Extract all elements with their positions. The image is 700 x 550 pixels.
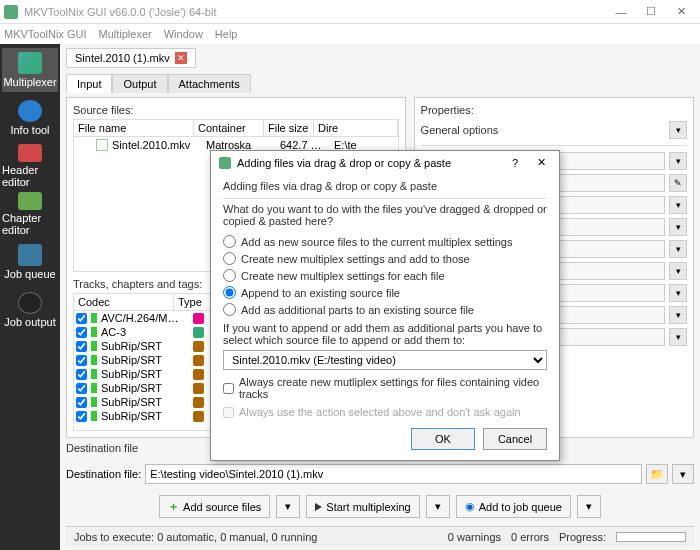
- radio-option[interactable]: Add as additional parts to an existing s…: [223, 303, 547, 316]
- cancel-button[interactable]: Cancel: [483, 428, 547, 450]
- add-source-dropdown[interactable]: ▾: [276, 495, 300, 518]
- sidebar-item-job-output[interactable]: Job output: [2, 288, 58, 332]
- sidebar-item-label: Job queue: [4, 268, 55, 280]
- radio-input[interactable]: [223, 252, 236, 265]
- info-icon: [18, 100, 42, 122]
- chevron-down-icon[interactable]: ▾: [669, 218, 687, 236]
- sidebar-item-header-editor[interactable]: Header editor: [2, 144, 58, 188]
- tab-output[interactable]: Output: [112, 74, 167, 93]
- maximize-button[interactable]: ☐: [636, 2, 666, 22]
- track-checkbox[interactable]: [76, 327, 87, 338]
- chevron-down-icon[interactable]: ▾: [669, 121, 687, 139]
- file-tab[interactable]: Sintel.2010 (1).mkv ✕: [66, 48, 196, 68]
- chevron-down-icon[interactable]: ▾: [669, 328, 687, 346]
- track-codec: AC-3: [101, 326, 189, 338]
- track-type-icon: [193, 383, 204, 394]
- status-jobs: Jobs to execute: 0 automatic, 0 manual, …: [74, 531, 317, 543]
- track-codec: SubRip/SRT: [101, 382, 189, 394]
- sidebar-item-job-queue[interactable]: Job queue: [2, 240, 58, 284]
- recent-button[interactable]: ▾: [672, 464, 694, 484]
- sidebar-item-label: Job output: [4, 316, 55, 328]
- dialog-note: If you want to append or add them as add…: [223, 322, 547, 346]
- destination-input[interactable]: [145, 464, 642, 484]
- queue-dropdown[interactable]: ▾: [577, 495, 601, 518]
- source-file-combo[interactable]: Sintel.2010.mkv (E:/testing video): [223, 350, 547, 370]
- checkbox1-label: Always create new mutliplex settings for…: [239, 376, 547, 400]
- track-checkbox[interactable]: [76, 313, 87, 324]
- multiplexer-icon: [18, 52, 42, 74]
- col-filename[interactable]: File name: [74, 120, 194, 136]
- help-button[interactable]: ?: [505, 157, 525, 169]
- sidebar-item-info-tool[interactable]: Info tool: [2, 96, 58, 140]
- col-directory[interactable]: Dire: [314, 120, 398, 136]
- track-checkbox[interactable]: [76, 383, 87, 394]
- track-status-icon: [91, 411, 97, 421]
- chevron-down-icon[interactable]: ▾: [669, 196, 687, 214]
- close-button[interactable]: ✕: [666, 2, 696, 22]
- radio-input[interactable]: [223, 303, 236, 316]
- radio-label: Add as new source files to the current m…: [241, 236, 512, 248]
- sidebar-item-label: Multiplexer: [3, 76, 56, 88]
- chevron-down-icon[interactable]: ▾: [669, 284, 687, 302]
- radio-option[interactable]: Append to an existing source file: [223, 286, 547, 299]
- track-checkbox[interactable]: [76, 341, 87, 352]
- track-checkbox[interactable]: [76, 355, 87, 366]
- track-codec: AVC/H.264/M…: [101, 312, 189, 324]
- radio-option[interactable]: Add as new source files to the current m…: [223, 235, 547, 248]
- dialog-close-button[interactable]: ✕: [531, 156, 551, 169]
- radio-option[interactable]: Create new multiplex settings and add to…: [223, 252, 547, 265]
- dialog-heading: Adding files via drag & drop or copy & p…: [223, 180, 547, 192]
- menu-mkvtoolnix-gui[interactable]: MKVToolNix GUI: [4, 28, 87, 40]
- sidebar-item-label: Header editor: [2, 164, 58, 188]
- job-output-icon: [18, 292, 42, 314]
- chevron-down-icon[interactable]: ▾: [669, 262, 687, 280]
- track-status-icon: [91, 327, 97, 337]
- track-status-icon: [91, 369, 97, 379]
- minimize-button[interactable]: —: [606, 2, 636, 22]
- status-warnings[interactable]: 0 warnings: [448, 531, 501, 543]
- menu-window[interactable]: Window: [164, 28, 203, 40]
- destination-label: Destination file:: [66, 468, 141, 480]
- chevron-down-icon[interactable]: ▾: [669, 240, 687, 258]
- tab-attachments[interactable]: Attachments: [168, 74, 251, 93]
- sidebar-item-label: Chapter editor: [2, 212, 58, 236]
- col-filesize[interactable]: File size: [264, 120, 314, 136]
- edit-icon[interactable]: ✎: [669, 174, 687, 192]
- track-checkbox[interactable]: [76, 397, 87, 408]
- track-codec: SubRip/SRT: [101, 340, 189, 352]
- track-codec: SubRip/SRT: [101, 354, 189, 366]
- radio-label: Create new multiplex settings for each f…: [241, 270, 445, 282]
- browse-button[interactable]: 📁: [646, 464, 668, 484]
- chevron-down-icon[interactable]: ▾: [669, 306, 687, 324]
- track-status-icon: [91, 355, 97, 365]
- radio-label: Create new multiplex settings and add to…: [241, 253, 470, 265]
- close-tab-icon[interactable]: ✕: [175, 52, 187, 64]
- radio-input[interactable]: [223, 286, 236, 299]
- window-title: MKVToolNix GUI v66.0.0 ('Josie') 64-bit: [24, 6, 606, 18]
- menu-multiplexer[interactable]: Multiplexer: [99, 28, 152, 40]
- sidebar-item-chapter-editor[interactable]: Chapter editor: [2, 192, 58, 236]
- ok-button[interactable]: OK: [411, 428, 475, 450]
- track-type-icon: [193, 397, 204, 408]
- col-codec[interactable]: Codec: [74, 294, 174, 310]
- track-type-icon: [193, 369, 204, 380]
- menu-help[interactable]: Help: [215, 28, 238, 40]
- radio-option[interactable]: Create new multiplex settings for each f…: [223, 269, 547, 282]
- chevron-down-icon[interactable]: ▾: [669, 152, 687, 170]
- track-type-icon: [193, 341, 204, 352]
- track-checkbox[interactable]: [76, 369, 87, 380]
- add-source-files-button[interactable]: ＋Add source files: [159, 495, 270, 518]
- status-errors[interactable]: 0 errors: [511, 531, 549, 543]
- start-multiplexing-button[interactable]: Start multiplexing: [306, 495, 419, 518]
- add-to-job-queue-button[interactable]: ◉Add to job queue: [456, 495, 571, 518]
- radio-input[interactable]: [223, 235, 236, 248]
- radio-input[interactable]: [223, 269, 236, 282]
- always-create-new-checkbox[interactable]: [223, 383, 234, 394]
- sidebar-item-multiplexer[interactable]: Multiplexer: [2, 48, 58, 92]
- tab-input[interactable]: Input: [66, 74, 112, 93]
- track-checkbox[interactable]: [76, 411, 87, 422]
- col-container[interactable]: Container: [194, 120, 264, 136]
- start-dropdown[interactable]: ▾: [426, 495, 450, 518]
- job-queue-icon: [18, 244, 42, 266]
- add-files-dialog: Adding files via drag & drop or copy & p…: [210, 150, 560, 461]
